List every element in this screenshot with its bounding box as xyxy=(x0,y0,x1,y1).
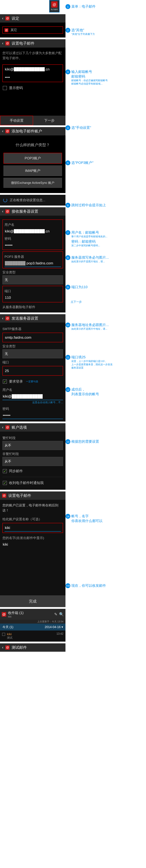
compose-icon[interactable]: ✎ xyxy=(54,612,57,617)
pop3-server-input[interactable]: ████████ pop3.faidns.com xyxy=(4,260,61,267)
back-icon[interactable]: ‹ xyxy=(2,16,3,21)
step-badge: 9 xyxy=(66,285,70,289)
idle-select[interactable]: 从不 xyxy=(2,457,63,466)
step-16-text: 现在，你可以收发邮件 xyxy=(71,583,106,588)
other-option[interactable]: @ 其它 xyxy=(2,26,63,34)
email-input[interactable] xyxy=(4,66,61,73)
search-icon[interactable]: 🔍 xyxy=(59,612,64,617)
date-header: 今天 (1) 2014-04-16 ▾ xyxy=(0,624,66,630)
imap-button[interactable]: IMAP账户 xyxy=(3,165,62,176)
step-6-text: 跳转过程中会提示如上 xyxy=(71,203,106,208)
password-input[interactable] xyxy=(4,242,61,249)
inbox-header: @ 收件箱 (1) kiki ✎ 🔍 xyxy=(0,609,66,620)
checkbox-icon xyxy=(3,86,7,90)
setup-header: ‹ @ 设置电子邮件 xyxy=(0,39,66,48)
idle-label: 非繁忙时段 xyxy=(2,452,63,456)
app-icon-email[interactable]: @ 电子邮件 xyxy=(49,0,60,12)
checkbox-checked-icon xyxy=(3,481,7,485)
send-password-input[interactable] xyxy=(2,412,63,419)
password-label: 密码 xyxy=(4,237,61,241)
back-icon[interactable]: ‹ xyxy=(2,41,3,45)
security-label: 安全类型 xyxy=(2,344,63,349)
mail-time: 13:42 xyxy=(57,632,63,636)
step-badge: 12 xyxy=(66,387,70,392)
step-badge: 11 xyxy=(66,355,70,360)
step-9-text: 端口为110 xyxy=(71,285,87,289)
port-input[interactable] xyxy=(4,294,61,301)
step-10-text: 服务器地址务必跟图片...如此显示的不是图片中地址，请... xyxy=(71,322,109,331)
checking-status: 正在检查自动设置信息... xyxy=(0,195,66,206)
email-icon: @ xyxy=(5,425,9,430)
inbox-account: kiki xyxy=(8,615,52,618)
send-header: ‹ @ 发送服务器设置 xyxy=(0,314,66,322)
step-12-text: 成功后， 列表显示你的帐号 xyxy=(71,387,99,397)
pop3-button[interactable]: POP3账户 xyxy=(4,153,62,163)
show-password-checkbox[interactable]: 显示密码 xyxy=(2,84,63,92)
mail-item[interactable]: kiki 测试 13:42 xyxy=(0,630,66,642)
email-icon: @ xyxy=(5,646,9,650)
smtp-port-input[interactable] xyxy=(4,367,61,374)
busy-label: 繁忙时段 xyxy=(2,436,63,440)
email-icon: @ xyxy=(5,16,9,21)
notify-checkbox[interactable]: 收到电子邮件时通知我 xyxy=(2,478,63,487)
username-label: 用户名 xyxy=(2,388,63,392)
final-header: @ 设置电子邮件 xyxy=(0,492,66,500)
port-label: 端口 xyxy=(4,289,61,293)
display-name-input[interactable] xyxy=(2,541,63,548)
display-name-label: 您的名字(在发出邮件中显示) xyxy=(2,536,63,540)
step-badge: 1 xyxy=(66,4,70,9)
step-9b-text: 点下一步 xyxy=(71,300,82,304)
back-icon[interactable]: ‹ xyxy=(2,645,3,650)
last-updated: 上次更新于：今天 13:54 xyxy=(0,620,66,624)
smtp-input[interactable] xyxy=(4,334,61,341)
email-icon: @ xyxy=(5,41,9,45)
busy-select[interactable]: 从不 xyxy=(2,441,63,450)
smtp-label: SMTP服务器 xyxy=(2,327,63,331)
step-badge: 2 xyxy=(66,28,70,33)
back-icon[interactable]: ‹ xyxy=(2,209,3,214)
require-login-checkbox[interactable]: 要求登录 一定要勾选 xyxy=(2,377,63,386)
inbox-title: 收件箱 (1) xyxy=(8,611,52,615)
checkbox-checked-icon xyxy=(3,379,7,384)
success-message: 您的账户已设置，电子邮件将在稍后到达！ xyxy=(2,502,63,515)
options-header: ‹ @ 账户选项 xyxy=(0,423,66,432)
account-name-input[interactable] xyxy=(4,524,61,532)
security-label: 安全类型 xyxy=(2,270,63,275)
account-type-question: 什么样的账户类型？ xyxy=(3,139,62,151)
recv-header: ‹ @ 接收服务器设置 xyxy=(0,207,66,216)
back-icon[interactable]: ‹ xyxy=(2,316,3,321)
chevron-down-icon[interactable]: ▾ xyxy=(62,625,63,629)
add-account-header: ‹ @ 添加电子邮件账户 xyxy=(0,127,66,135)
test-mail-header: ‹ @ 测试邮件 xyxy=(0,643,66,652)
password-input[interactable] xyxy=(4,74,61,81)
exchange-button[interactable]: 微软Exchange ActiveSync 账户 xyxy=(3,178,62,188)
step-14-text: 帐号，名字 你喜欢填什么都可以 xyxy=(71,514,103,523)
username-input[interactable] xyxy=(4,228,61,235)
step-badge: 6 xyxy=(66,203,70,208)
send-username-input[interactable]: kiki@████████████ xyxy=(2,393,63,400)
password-label: 密码 xyxy=(2,407,63,411)
step-badge: 8 xyxy=(66,255,70,260)
setup-description: 您可以通过以下几个步骤为大多数账户配置电子邮件。 xyxy=(2,50,63,63)
step-badge: 13 xyxy=(66,439,70,444)
checkbox-icon[interactable] xyxy=(2,633,5,636)
back-icon[interactable]: ‹ xyxy=(2,129,3,133)
email-icon: @ xyxy=(5,316,9,320)
username-note: 这里会自动填入帐号，不... xyxy=(2,400,63,405)
checkbox-checked-icon xyxy=(3,469,7,473)
next-button[interactable]: 下一步 xyxy=(33,116,66,125)
username-label: 用户名 xyxy=(4,222,61,227)
step-1-text: 菜单：电子邮件 xyxy=(71,4,96,9)
back-icon[interactable]: ‹ xyxy=(2,425,3,430)
mail-subject: 测试 xyxy=(7,636,55,640)
done-button[interactable]: 完成 xyxy=(0,595,66,607)
step-13-text: 根据您的需要设置 xyxy=(71,439,99,444)
step-3-text: 输入邮箱帐号 邮箱密码邮箱帐号：你必正确填写邮箱帐号 邮箱帐号必须是带有邮箱域.… xyxy=(71,69,108,85)
step-badge: 14 xyxy=(66,514,70,519)
manual-setup-button[interactable]: 手动设置 xyxy=(0,116,33,125)
security-select[interactable]: 无 xyxy=(2,275,63,284)
sync-checkbox[interactable]: 同步邮件 xyxy=(2,467,63,475)
step-badge: 7 xyxy=(66,230,70,235)
security-select[interactable]: 无 xyxy=(2,349,63,358)
step-8-text: 服务器填写务必与图片...如此显示的不是图片地址，请... xyxy=(71,255,109,263)
